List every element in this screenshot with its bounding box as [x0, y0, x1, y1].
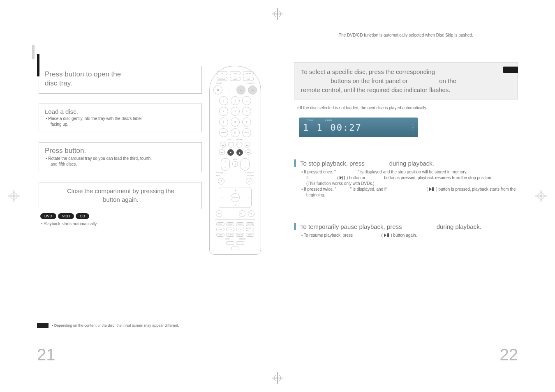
remote-mini-logo: LOGO [236, 228, 244, 231]
disc-type-pills: DVD VCD CD [40, 213, 202, 219]
svg-rect-14 [344, 176, 345, 180]
box-l2b: on the [439, 77, 456, 84]
remote-lbl-mute: MUTE [233, 158, 237, 160]
remote-lbl-repeat: REPEAT [236, 138, 243, 141]
lcd-display: TITLE CHAP 1 1 00:27 ◦◦◦◦◦◦ ◦ [299, 118, 418, 137]
svg-rect-19 [387, 233, 388, 237]
remote-btn-audio: AUDIO [239, 210, 245, 217]
lcd-speaker-icons: ◦◦◦◦◦◦ ◦ [412, 124, 414, 131]
section-stop: To stop playback, press during playback.… [294, 159, 518, 198]
box-l3: remote control, until the required disc … [301, 85, 511, 95]
remote-btn-eject: ⏏ [236, 85, 245, 95]
lcd-title-val: 1 [303, 122, 310, 133]
stop-d4d: ) button is pressed, playback starts fro… [436, 187, 516, 191]
remote-lbl-step: STEP [227, 138, 231, 141]
step2-d1: • Place a disc gently into the tray with… [45, 116, 197, 122]
remote-mini-ezview: EZ VIEW [226, 233, 234, 237]
remote-num-9: 9 [242, 118, 251, 127]
remote-num-3: 3 [242, 96, 251, 105]
remote-mini-sdhd: SD/HD [216, 228, 224, 231]
remote-btn-fmam: FM/AM [243, 71, 254, 75]
tab-marker-grey [32, 45, 35, 59]
svg-rect-13 [342, 176, 343, 180]
dpad-left-icon: ◂ [221, 196, 222, 199]
remote-dpad: ▴ ▾ ◂ ▸ ENTER [219, 187, 252, 208]
remote-lbl-tuning: TUNING/CH [245, 172, 254, 174]
pause-title-b: during playback. [437, 223, 481, 230]
remote-mini-most: MO/ST [216, 222, 224, 226]
cropmark-left [8, 190, 20, 202]
stop-d4c: ( [427, 187, 428, 191]
section-bar-icon [294, 223, 296, 230]
remote-openclose-diskskip: ▯▯ [225, 85, 234, 95]
pill-vcd: VCD [58, 213, 74, 219]
box-l1a: To select a specific disc, press the cor… [301, 68, 435, 75]
remote-mini-slow: SLOW [226, 228, 234, 231]
stop-d1b: " is displayed and the stop position wil… [358, 170, 467, 174]
stop-d2d: button is pressed, playback resumes from… [384, 175, 492, 180]
lcd-time-val: 00:27 [331, 122, 362, 133]
stop-d4b: " is displayed, and if [350, 187, 387, 191]
stop-d5: beginning. [301, 192, 518, 198]
dpad-right-icon: ▸ [248, 196, 249, 199]
remote-btn-tvvideo: ⊕ [248, 85, 257, 95]
remote-btn-return: ↺ [246, 178, 252, 184]
play-pause-icon [429, 187, 435, 191]
step3-text-a: Press [45, 147, 65, 154]
remote-btn-next: ▸▸ [245, 142, 250, 148]
step-3: Press button. • Rotate the carousel tray… [39, 142, 202, 172]
stop-d2a: If [306, 175, 310, 180]
step1-text-c: disc tray. [45, 79, 197, 88]
remote-btn-aux: AUX [230, 77, 240, 81]
remote-lbl-tvvideo: TV/VIDEO [246, 82, 254, 84]
remote-lbl-return: RETURN [247, 175, 254, 177]
pill-dvd: DVD [40, 213, 56, 219]
step3-text-b: button. [65, 147, 86, 154]
dpad-down-icon: ▾ [235, 204, 236, 206]
footnote: • Depending on the content of the disc, … [52, 323, 179, 327]
step-2: Load a disc. • Place a disc gently into … [39, 104, 202, 132]
remote-diagram: TV DVD FM/AM RECEIVER AUX USB POWERTV/VI… [209, 66, 261, 255]
step-1: Press button to open the disc tray. [39, 66, 202, 94]
disc-select-box: To select a specific disc, press the cor… [294, 62, 518, 99]
remote-num-1: 1 [219, 96, 228, 105]
remote-mini-subtitle: SUBTITLE [236, 233, 244, 237]
stop-d2c: ) button or [347, 175, 366, 180]
remote-btn-power: ⏻ [213, 85, 222, 95]
svg-rect-16 [432, 187, 433, 191]
stop-title-a: To stop playback, press [300, 160, 365, 167]
step1-text-b: button to open the [65, 70, 121, 78]
remote-mini-effect: EFFECT [226, 222, 234, 226]
stop-title-b: during playback. [389, 160, 434, 167]
remote-lbl-dimmer: DIMMER [239, 238, 245, 240]
remote-btn-usb: USB [243, 77, 254, 81]
step2-title: Load a disc. [45, 108, 197, 115]
stop-d1a: • If pressed once, " [301, 170, 337, 174]
pause-title-a: To temporarily pause playback, press [300, 223, 402, 230]
cropmark-top [272, 8, 283, 20]
remote-num-5: 5 [231, 107, 240, 116]
remote-btn-tv: TV [217, 71, 227, 75]
box-l2a: buttons on the front panel or [331, 77, 409, 84]
remote-lbl-sleep: SLEEP [225, 238, 230, 240]
tab-marker-black [37, 54, 39, 76]
svg-marker-15 [429, 187, 432, 191]
dpad-up-icon: ▴ [235, 189, 236, 191]
remote-mini-dspeq: DSP/EQ [236, 222, 244, 226]
step4-l2: button again. [45, 195, 197, 204]
play-pause-icon [340, 176, 345, 180]
svg-rect-17 [433, 187, 434, 191]
remote-tuning-rocker: ∧∨ [240, 158, 250, 171]
svg-rect-20 [388, 233, 389, 237]
remote-btn-cancel: CANCEL [242, 128, 251, 137]
remote-mini-hdmiaudio [231, 247, 239, 250]
svg-marker-12 [340, 176, 342, 180]
box-note: • If the disc selected is not loaded, th… [296, 105, 518, 111]
cropmark-bottom [272, 372, 283, 384]
remote-btn-info: INFO [216, 210, 222, 217]
remote-btn-receiver: RECEIVER [217, 77, 227, 81]
remote-num-6: 6 [242, 107, 251, 116]
pause-d1c: ) button again. [391, 233, 417, 238]
lcd-chap-val: 1 [317, 122, 324, 133]
remote-lbl-power: POWER [216, 82, 222, 84]
